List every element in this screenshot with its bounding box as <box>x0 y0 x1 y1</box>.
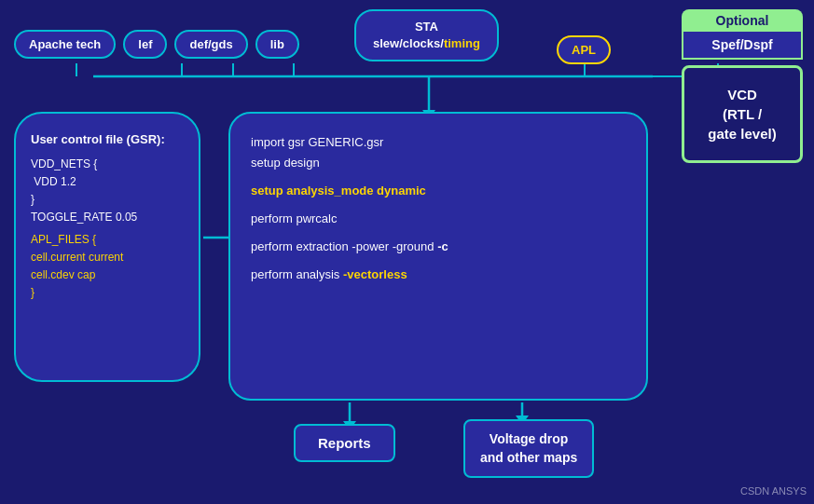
main-commands-box: import gsr GENERIC.gsr setup design setu… <box>228 112 648 401</box>
spef-box: Spef/Dspf <box>682 32 803 60</box>
cmd-analysis: perform analysis -vectorless <box>251 265 626 285</box>
defgds-pill: def/gds <box>174 30 247 59</box>
vcd-box: VCD (RTL / gate level) <box>682 65 803 163</box>
gsr-title: User control file (GSR): <box>31 130 184 150</box>
reports-box: Reports <box>294 424 395 462</box>
watermark: CSDN ANSYS <box>740 485 807 497</box>
gsr-normal-content: VDD_NETS { VDD 1.2 } TOGGLE_RATE 0.05 <box>31 156 184 227</box>
apl-pill: APL <box>557 35 611 64</box>
gsr-orange-content: APL_FILES { cell.current current cell.cd… <box>31 231 184 303</box>
gsr-box: User control file (GSR): VDD_NETS { VDD … <box>14 112 200 382</box>
optional-section: Optional Spef/Dspf VCD (RTL / gate level… <box>682 9 803 163</box>
cmd-import: import gsr GENERIC.gsr <box>251 132 626 153</box>
cmd-pwrcalc: perform pwrcalc <box>251 209 626 229</box>
lib-pill: lib <box>255 30 299 59</box>
optional-label: Optional <box>682 9 803 32</box>
cmd-setup: setup design <box>251 153 626 173</box>
sta-pill: STAslew/clocks/timing <box>354 9 499 61</box>
lef-pill: lef <box>123 30 167 59</box>
voltage-drop-box: Voltage dropand other maps <box>463 419 594 478</box>
apache-tech-pill: Apache tech <box>14 30 116 59</box>
cmd-analysis-mode: setup analysis_mode dynamic <box>251 181 626 201</box>
cmd-extraction: perform extraction -power -ground -c <box>251 237 626 257</box>
